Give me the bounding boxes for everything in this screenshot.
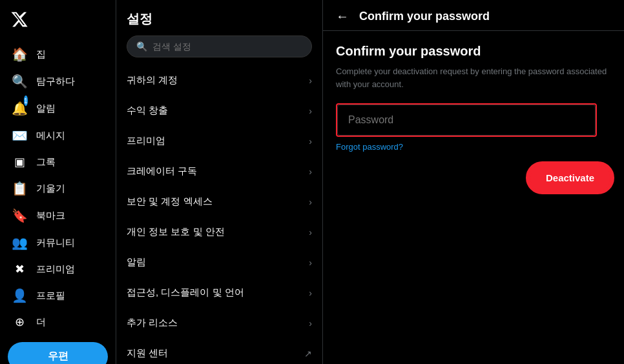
settings-item-premium[interactable]: 프리미엄 › <box>116 126 322 156</box>
chevron-right-icon: › <box>309 258 312 268</box>
chevron-right-icon: › <box>309 318 312 329</box>
settings-item-notifications[interactable]: 알림 › <box>116 247 322 278</box>
settings-item-notifications-label: 알림 <box>127 256 146 268</box>
sidebar-item-communities[interactable]: 👥 커뮤니티 <box>8 230 108 256</box>
sidebar-item-bookmarks-label: 북마크 <box>36 210 65 222</box>
post-button[interactable]: 우편 <box>8 342 108 364</box>
lists-icon: 📋 <box>12 181 27 196</box>
settings-item-resources[interactable]: 추가 리소스 › <box>116 308 322 338</box>
sidebar-item-lists[interactable]: 📋 기울기 <box>8 176 108 201</box>
settings-item-monetization-label: 수익 창출 <box>127 105 168 117</box>
communities-icon: 👥 <box>12 235 27 250</box>
chevron-right-icon: › <box>309 136 312 147</box>
external-link-icon: ↗ <box>304 349 312 359</box>
deactivate-button[interactable]: Deactivate <box>529 165 611 191</box>
settings-item-accessibility-label: 접근성, 디스플레이 및 언어 <box>127 287 244 299</box>
sidebar-item-premium[interactable]: ✖ 프리미엄 <box>8 257 108 281</box>
back-button[interactable]: ← <box>336 9 349 24</box>
sidebar-item-grok-label: 그록 <box>36 156 56 168</box>
password-field-wrapper <box>336 103 597 137</box>
envelope-icon: ✉️ <box>12 128 27 143</box>
settings-item-premium-label: 프리미엄 <box>127 135 165 147</box>
bell-icon: 🔔1 <box>12 101 27 116</box>
settings-item-resources-label: 추가 리소스 <box>127 317 178 329</box>
settings-item-security[interactable]: 보안 및 계정 엑세스 › <box>116 187 322 217</box>
settings-item-privacy-label: 개인 정보 보호 및 안전 <box>127 226 225 238</box>
sidebar-item-more-label: 더 <box>36 316 46 329</box>
sidebar-item-lists-label: 기울기 <box>36 183 65 195</box>
sidebar-item-more[interactable]: ⊕ 더 <box>8 310 108 334</box>
main-content: ← Confirm your password Confirm your pas… <box>323 0 624 364</box>
more-icon: ⊕ <box>12 315 27 329</box>
sidebar-item-bookmarks[interactable]: 🔖 북마크 <box>8 203 108 228</box>
chevron-right-icon: › <box>309 197 312 207</box>
premium-x-icon: ✖ <box>12 262 27 276</box>
settings-item-support[interactable]: 지원 센터 ↗ <box>116 338 322 364</box>
confirm-section: Confirm your password Complete your deac… <box>323 31 624 152</box>
settings-item-privacy[interactable]: 개인 정보 보호 및 안전 › <box>116 217 322 247</box>
deactivate-button-wrapper: Deactivate <box>323 154 624 201</box>
sidebar-item-explore-label: 탐구하다 <box>36 76 75 88</box>
forgot-password-link[interactable]: Forgot password? <box>336 142 611 152</box>
sidebar-item-home[interactable]: 🏠 집 <box>8 41 108 67</box>
sidebar-item-notifications[interactable]: 🔔1 알림 <box>8 96 108 121</box>
settings-item-account-label: 귀하의 계정 <box>127 74 178 86</box>
password-input[interactable] <box>337 105 596 136</box>
chevron-right-icon: › <box>309 167 312 177</box>
sidebar-item-home-label: 집 <box>36 48 46 61</box>
profile-icon: 👤 <box>12 288 27 303</box>
home-icon: 🏠 <box>12 46 27 62</box>
sidebar-item-premium-label: 프리미엄 <box>36 263 75 276</box>
settings-item-monetization[interactable]: 수익 창출 › <box>116 96 322 126</box>
settings-title: 설정 <box>116 0 322 33</box>
settings-item-security-label: 보안 및 계정 엑세스 <box>127 196 213 208</box>
chevron-right-icon: › <box>309 227 312 238</box>
settings-search-input[interactable] <box>152 41 302 52</box>
sidebar-nav: 🏠 집 🔍 탐구하다 🔔1 알림 ✉️ 메시지 ▣ 그록 📋 기울기 <box>8 41 108 334</box>
main-header: ← Confirm your password <box>323 0 624 31</box>
chevron-right-icon: › <box>309 76 312 86</box>
logo[interactable] <box>8 5 108 41</box>
sidebar: 🏠 집 🔍 탐구하다 🔔1 알림 ✉️ 메시지 ▣ 그록 📋 기울기 <box>0 0 116 364</box>
settings-search-bar[interactable]: 🔍 <box>127 35 312 57</box>
notification-badge: 1 <box>24 96 28 106</box>
sidebar-item-messages-label: 메시지 <box>36 130 65 142</box>
grok-icon: ▣ <box>12 155 27 169</box>
main-header-title: Confirm your password <box>359 10 490 23</box>
sidebar-item-notifications-label: 알림 <box>36 103 56 115</box>
search-icon: 🔍 <box>12 74 27 89</box>
confirm-description: Complete your deactivation request by en… <box>336 65 611 90</box>
sidebar-item-grok[interactable]: ▣ 그록 <box>8 150 108 174</box>
settings-item-account[interactable]: 귀하의 계정 › <box>116 65 322 96</box>
settings-panel: 설정 🔍 귀하의 계정 › 수익 창출 › 프리미엄 › 크레에이터 구독 › … <box>116 0 323 364</box>
chevron-right-icon: › <box>309 288 312 298</box>
sidebar-item-profile[interactable]: 👤 프로필 <box>8 283 108 308</box>
sidebar-item-profile-label: 프로필 <box>36 290 65 302</box>
sidebar-item-explore[interactable]: 🔍 탐구하다 <box>8 68 108 94</box>
settings-item-support-label: 지원 센터 <box>127 347 168 359</box>
sidebar-item-communities-label: 커뮤니티 <box>36 237 75 249</box>
chevron-right-icon: › <box>309 106 312 116</box>
bookmark-icon: 🔖 <box>12 208 27 223</box>
sidebar-item-messages[interactable]: ✉️ 메시지 <box>8 123 108 148</box>
settings-item-accessibility[interactable]: 접근성, 디스플레이 및 언어 › <box>116 278 322 308</box>
settings-list: 귀하의 계정 › 수익 창출 › 프리미엄 › 크레에이터 구독 › 보안 및 … <box>116 65 322 364</box>
settings-item-creator[interactable]: 크레에이터 구독 › <box>116 156 322 187</box>
settings-item-creator-label: 크레에이터 구독 <box>127 165 197 177</box>
search-icon-small: 🔍 <box>136 41 147 52</box>
x-logo-icon <box>10 10 28 28</box>
confirm-title: Confirm your password <box>336 44 611 59</box>
